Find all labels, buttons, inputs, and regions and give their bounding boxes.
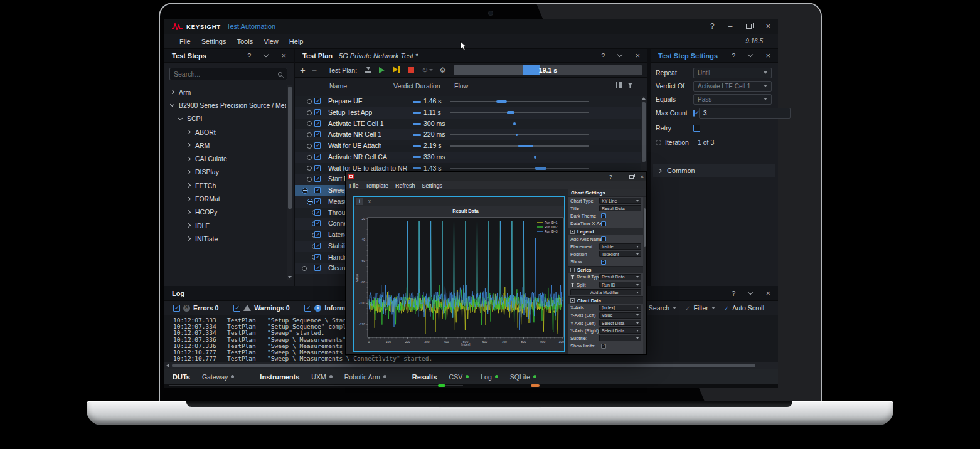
max-count-input[interactable] bbox=[699, 108, 791, 119]
tree-item[interactable]: FORMat bbox=[164, 192, 286, 205]
status-item-results[interactable]: Results bbox=[412, 373, 437, 381]
column-flow[interactable]: Flow bbox=[454, 82, 468, 90]
filter-icon[interactable] bbox=[627, 83, 633, 88]
column-duration[interactable]: Duration bbox=[415, 82, 440, 90]
column-name[interactable]: Name bbox=[329, 82, 347, 90]
close-icon[interactable]: × bbox=[281, 53, 286, 59]
checkbox[interactable] bbox=[601, 236, 606, 241]
add-tab-button[interactable]: + bbox=[356, 198, 363, 205]
step-node-icon[interactable] bbox=[307, 177, 312, 182]
row-height-icon[interactable] bbox=[639, 82, 644, 89]
verdict-of-select[interactable]: Activate LTE Cell 1 bbox=[693, 81, 772, 92]
step-enabled-checkbox[interactable] bbox=[314, 220, 321, 226]
log-control-filter[interactable]: ✓Filter bbox=[685, 304, 715, 312]
close-icon[interactable]: × bbox=[765, 23, 770, 29]
text-input[interactable]: Result Data bbox=[599, 205, 641, 211]
collapse-node-icon[interactable] bbox=[307, 199, 313, 205]
test-plan-row[interactable]: Activate NR Cell 1220 ms bbox=[295, 129, 641, 140]
chevron-down-icon[interactable] bbox=[264, 52, 269, 57]
checkbox[interactable] bbox=[601, 344, 606, 349]
step-node-icon[interactable] bbox=[307, 155, 312, 160]
step-enabled-checkbox[interactable] bbox=[314, 176, 321, 182]
restore-icon[interactable] bbox=[629, 175, 634, 179]
dropdown[interactable]: TopRight bbox=[599, 251, 641, 257]
chart-menu-refresh[interactable]: Refresh bbox=[395, 182, 415, 189]
chevron-down-icon[interactable] bbox=[617, 52, 622, 57]
dropdown[interactable] bbox=[599, 335, 641, 341]
common-section[interactable]: Common bbox=[653, 164, 775, 177]
step-enabled-checkbox[interactable] bbox=[314, 142, 321, 149]
run-to-icon[interactable] bbox=[365, 67, 371, 73]
caret-icon[interactable] bbox=[429, 69, 433, 71]
checkbox[interactable] bbox=[601, 221, 606, 226]
tree-item[interactable]: DISPlay bbox=[164, 166, 286, 179]
help-icon[interactable]: ? bbox=[609, 174, 612, 180]
repeat-select[interactable]: Until bbox=[693, 68, 772, 78]
scroll-left-icon[interactable] bbox=[166, 364, 169, 367]
chart-menu-template[interactable]: Template bbox=[366, 182, 389, 189]
log-toggle[interactable]: Errors 0 bbox=[173, 304, 218, 312]
dropdown[interactable]: Select Data bbox=[599, 327, 641, 334]
close-icon[interactable]: × bbox=[765, 53, 770, 59]
log-control-search[interactable]: Search bbox=[649, 304, 676, 312]
checkbox[interactable] bbox=[601, 260, 606, 265]
menu-help[interactable]: Help bbox=[289, 38, 304, 45]
repeat-run-icon[interactable]: ↻ bbox=[422, 66, 428, 75]
step-node-icon[interactable] bbox=[307, 144, 312, 149]
test-plan-row[interactable]: Prepare UE1.46 s bbox=[295, 96, 641, 107]
step-enabled-checkbox[interactable] bbox=[314, 265, 321, 271]
settings-section-series[interactable]: Series bbox=[568, 266, 643, 273]
step-enabled-checkbox[interactable] bbox=[314, 198, 321, 204]
menu-tools[interactable]: Tools bbox=[237, 38, 253, 45]
minimize-icon[interactable]: – bbox=[619, 174, 622, 180]
dropdown[interactable]: Value bbox=[599, 312, 641, 319]
help-icon[interactable]: ? bbox=[732, 52, 735, 60]
step-enabled-checkbox[interactable] bbox=[314, 120, 321, 127]
step-node-icon[interactable] bbox=[307, 166, 312, 171]
log-toggle[interactable]: Warnings 0 bbox=[233, 304, 289, 312]
dropdown[interactable]: Add a Modifier bbox=[570, 289, 641, 295]
test-plan-row[interactable]: Activate LTE Cell 1300 ms bbox=[295, 119, 641, 130]
step-node-icon[interactable] bbox=[307, 110, 312, 115]
step-enabled-checkbox[interactable] bbox=[314, 154, 321, 160]
status-item-duts[interactable]: DUTs bbox=[173, 373, 190, 381]
help-icon[interactable]: ? bbox=[601, 52, 605, 60]
test-plan-row[interactable]: Activate NR Cell CA330 ms bbox=[295, 152, 641, 163]
step-node-icon[interactable] bbox=[307, 132, 312, 137]
step-enabled-checkbox[interactable] bbox=[314, 209, 321, 216]
play-button[interactable] bbox=[379, 67, 385, 73]
step-enabled-checkbox[interactable] bbox=[314, 131, 321, 137]
gear-icon[interactable]: ⚙ bbox=[439, 66, 446, 75]
status-item-log[interactable]: Log bbox=[481, 373, 498, 381]
dropdown[interactable]: Result Data bbox=[599, 274, 641, 280]
step-node-icon[interactable] bbox=[307, 99, 312, 104]
dropdown[interactable]: Run ID bbox=[599, 282, 641, 288]
status-item-uxm[interactable]: UXM bbox=[311, 373, 332, 381]
scrollbar[interactable] bbox=[643, 197, 646, 354]
tree-item[interactable]: INITiate bbox=[164, 232, 286, 245]
tree-item[interactable]: B2900 Series Precision Source / Measure … bbox=[164, 98, 286, 112]
search-input[interactable] bbox=[170, 70, 278, 78]
collapse-node-icon[interactable] bbox=[302, 188, 308, 194]
log-control-auto-scroll[interactable]: ✓Auto Scroll bbox=[724, 304, 764, 312]
tree-item[interactable]: SCPI bbox=[164, 112, 286, 125]
minimize-icon[interactable]: – bbox=[728, 23, 733, 30]
chevron-down-icon[interactable] bbox=[748, 52, 753, 57]
scrollbar[interactable] bbox=[287, 85, 292, 280]
tree-item[interactable]: ABORt bbox=[164, 125, 286, 139]
tree-item[interactable]: IDLE bbox=[164, 219, 286, 232]
status-item-gateway[interactable]: Gateway bbox=[202, 373, 234, 381]
chevron-down-icon[interactable] bbox=[748, 290, 753, 295]
close-icon[interactable]: × bbox=[641, 174, 644, 180]
step-enabled-checkbox[interactable] bbox=[314, 254, 321, 260]
chart-menu-file[interactable]: File bbox=[349, 182, 359, 189]
checkbox[interactable] bbox=[304, 305, 311, 312]
dropdown[interactable]: XY Line bbox=[599, 198, 641, 204]
restore-icon[interactable] bbox=[746, 24, 752, 29]
step-enabled-checkbox[interactable] bbox=[314, 231, 321, 238]
tree-item[interactable]: Arm bbox=[164, 85, 286, 98]
equals-select[interactable]: Pass bbox=[693, 94, 772, 105]
test-plan-row[interactable]: Wait for UE Attach2.19 s bbox=[295, 140, 641, 152]
checkbox[interactable] bbox=[601, 213, 606, 218]
step-enabled-checkbox[interactable] bbox=[314, 98, 321, 104]
